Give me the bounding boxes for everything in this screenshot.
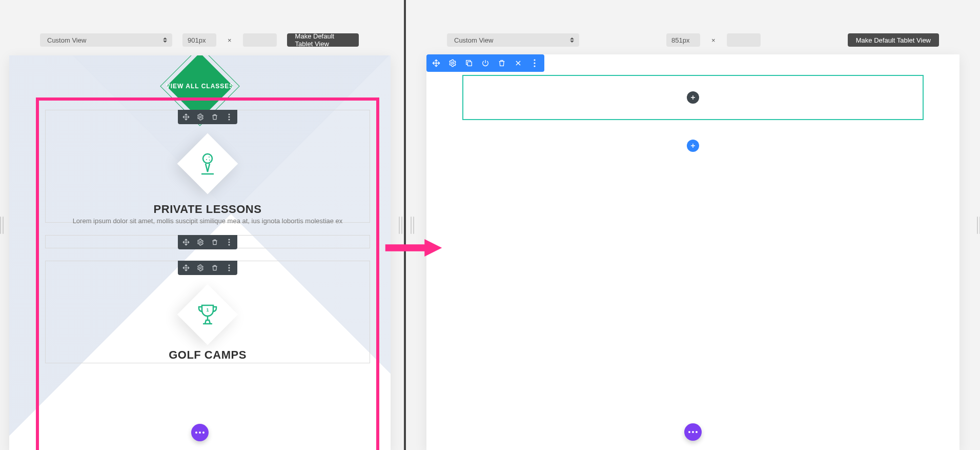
svg-point-21 bbox=[534, 65, 535, 67]
svg-point-5 bbox=[209, 156, 210, 158]
svg-point-19 bbox=[534, 59, 535, 61]
more-icon[interactable] bbox=[530, 58, 539, 68]
width-input[interactable]: 851px bbox=[666, 33, 700, 47]
view-select[interactable]: Custom View bbox=[40, 33, 172, 47]
size-bar: 851px × bbox=[666, 33, 761, 47]
module-subtitle: Lorem ipsum dolor sit amet, mollis susci… bbox=[46, 217, 370, 225]
make-default-button[interactable]: Make Default Tablet View bbox=[287, 33, 359, 47]
resize-handle[interactable] bbox=[407, 205, 417, 246]
left-panel: Custom View 901px × Make Default Tablet … bbox=[0, 0, 404, 450]
module-toolbar bbox=[178, 235, 237, 249]
svg-point-6 bbox=[206, 159, 207, 160]
gear-icon[interactable] bbox=[196, 113, 205, 121]
module-private-lessons[interactable]: PRIVATE LESSONS Lorem ipsum dolor sit am… bbox=[45, 110, 370, 223]
gear-icon[interactable] bbox=[196, 238, 205, 246]
svg-point-4 bbox=[203, 154, 212, 163]
resize-handle[interactable] bbox=[0, 205, 6, 246]
resize-handle[interactable] bbox=[974, 205, 980, 246]
svg-point-0 bbox=[199, 116, 201, 118]
module-spacer[interactable] bbox=[45, 235, 370, 248]
empty-row[interactable] bbox=[462, 75, 924, 120]
left-top-controls: Custom View 901px × Make Default Tablet … bbox=[40, 33, 359, 47]
trash-icon[interactable] bbox=[211, 264, 219, 272]
gear-icon[interactable] bbox=[196, 264, 205, 272]
view-select-label: Custom View bbox=[47, 36, 86, 44]
svg-point-9 bbox=[229, 239, 230, 241]
times-icon: × bbox=[711, 36, 716, 44]
more-icon[interactable] bbox=[225, 113, 233, 121]
badge-label: VIEW ALL CLASSES bbox=[166, 83, 234, 90]
svg-point-3 bbox=[229, 119, 230, 121]
move-icon[interactable] bbox=[182, 113, 190, 121]
make-default-label: Make Default Tablet View bbox=[856, 36, 931, 44]
view-select[interactable]: Custom View bbox=[447, 33, 579, 47]
make-default-label: Make Default Tablet View bbox=[295, 32, 351, 48]
svg-point-11 bbox=[229, 244, 230, 246]
module-toolbar bbox=[178, 110, 237, 124]
svg-point-2 bbox=[229, 116, 230, 118]
more-icon[interactable] bbox=[225, 238, 233, 246]
trash-icon[interactable] bbox=[211, 238, 219, 246]
gear-icon[interactable] bbox=[448, 58, 457, 68]
svg-point-7 bbox=[209, 160, 210, 161]
svg-point-14 bbox=[229, 267, 230, 269]
right-top-controls: Custom View 851px × Make Default Tablet … bbox=[447, 33, 939, 47]
trash-icon[interactable] bbox=[211, 113, 219, 121]
duplicate-icon[interactable] bbox=[464, 58, 474, 68]
module-golf-camps[interactable]: 1 GOLF CAMPS bbox=[45, 261, 370, 363]
svg-point-1 bbox=[229, 114, 230, 115]
svg-point-17 bbox=[452, 62, 454, 64]
move-icon[interactable] bbox=[182, 238, 190, 246]
close-icon[interactable] bbox=[514, 58, 523, 68]
svg-point-20 bbox=[534, 62, 535, 64]
module-title: PRIVATE LESSONS bbox=[46, 203, 370, 216]
times-icon: × bbox=[228, 36, 232, 44]
updown-caret-icon bbox=[163, 37, 167, 43]
width-value: 851px bbox=[671, 36, 689, 44]
golf-tee-icon bbox=[174, 130, 241, 198]
section-toolbar bbox=[426, 54, 544, 72]
fab-more-button[interactable] bbox=[684, 423, 702, 441]
width-input[interactable]: 901px bbox=[182, 33, 216, 47]
trash-icon[interactable] bbox=[497, 58, 506, 68]
power-icon[interactable] bbox=[481, 58, 490, 68]
svg-point-8 bbox=[199, 241, 201, 243]
height-input[interactable] bbox=[727, 33, 761, 47]
svg-point-13 bbox=[229, 265, 230, 266]
left-canvas: VIEW ALL CLASSES bbox=[9, 55, 391, 450]
move-icon[interactable] bbox=[432, 58, 441, 68]
svg-point-12 bbox=[199, 267, 201, 269]
height-input[interactable] bbox=[243, 33, 277, 47]
svg-rect-18 bbox=[467, 62, 472, 66]
more-icon[interactable] bbox=[225, 264, 233, 272]
make-default-button[interactable]: Make Default Tablet View bbox=[848, 33, 939, 47]
fab-more-button[interactable] bbox=[191, 424, 209, 441]
svg-text:1: 1 bbox=[206, 307, 209, 312]
move-icon[interactable] bbox=[182, 264, 190, 272]
size-bar: 901px × bbox=[182, 33, 277, 47]
svg-point-15 bbox=[229, 270, 230, 271]
right-panel: Custom View 851px × Make Default Tablet … bbox=[406, 0, 980, 450]
selected-section-frame: PRIVATE LESSONS Lorem ipsum dolor sit am… bbox=[36, 97, 379, 450]
trophy-icon: 1 bbox=[174, 281, 241, 348]
right-canvas bbox=[426, 54, 959, 450]
add-module-button[interactable] bbox=[687, 91, 699, 104]
add-row-button[interactable] bbox=[687, 140, 699, 152]
svg-point-10 bbox=[229, 242, 230, 243]
updown-caret-icon bbox=[570, 37, 574, 43]
width-value: 901px bbox=[188, 36, 206, 44]
resize-handle[interactable] bbox=[396, 205, 405, 246]
module-title: GOLF CAMPS bbox=[46, 348, 370, 362]
module-toolbar bbox=[178, 261, 237, 275]
view-select-label: Custom View bbox=[454, 36, 493, 44]
